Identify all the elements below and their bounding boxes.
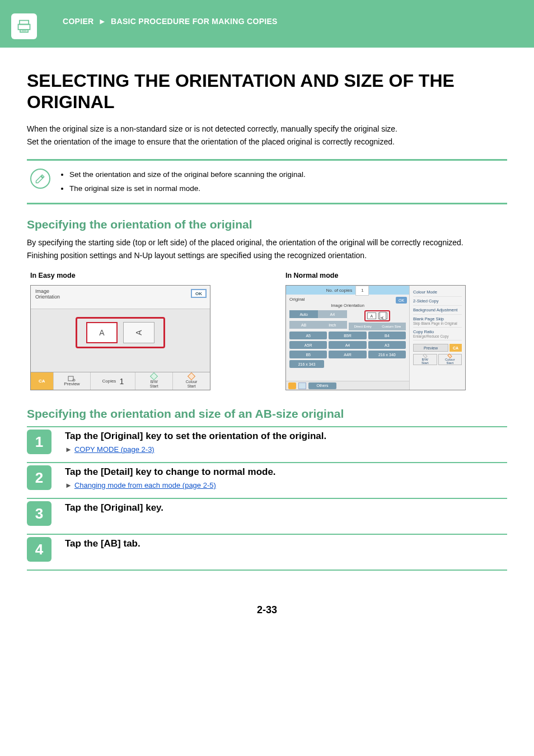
preview-button[interactable]: Preview (54, 372, 91, 390)
step-title: Tap the [Original] key. (65, 502, 507, 514)
section-heading-orientation: Specifying the orientation of the origin… (27, 218, 507, 231)
tab-auto[interactable]: Auto (289, 310, 318, 318)
diamond-icon (188, 372, 195, 380)
sect1-p1: By specifying the starting side (top or … (27, 237, 507, 249)
size-216x343[interactable]: 216 x 343 (289, 360, 324, 368)
section-body: By specifying the starting side (top or … (27, 237, 507, 262)
easy-mode-panel: Image Orientation OK A A CA Preview Copi… (30, 285, 210, 390)
ca-button[interactable]: CA (449, 344, 462, 352)
tab-a4[interactable]: A4 (318, 310, 346, 318)
image-orientation-label: Image Orientation (35, 289, 205, 300)
tab-direct-entry[interactable]: Direct Entry (349, 323, 377, 330)
start-label: Start (446, 361, 453, 365)
favorite-icon[interactable] (288, 382, 296, 389)
preview-label: Preview (64, 381, 79, 386)
note-item-2: The original size is set in normal mode. (69, 181, 306, 196)
start-label: Start (421, 361, 429, 365)
note-item-1: Set the orientation and size of the orig… (69, 167, 306, 182)
step-number: 4 (27, 537, 51, 562)
note-block: Set the orientation and size of the orig… (27, 159, 507, 204)
step-4: 4 Tap the [AB] tab. (27, 535, 507, 571)
step-title: Tap the [Detail] key to change to normal… (65, 466, 507, 478)
page-title: SELECTING THE ORIENTATION AND SIZE OF TH… (27, 70, 507, 113)
copy-ratio-label: Copy Ratio (413, 329, 462, 334)
copy-mode-link[interactable]: COPY MODE (page 2-3) (74, 445, 154, 454)
breadcrumb-part-1[interactable]: COPIER (63, 17, 93, 26)
colour-start-button[interactable]: Colour Start (438, 354, 462, 365)
step-title: Tap the [Original] key to set the orient… (65, 431, 507, 442)
copies-field[interactable]: Copies 1 (91, 372, 135, 390)
bw-start-button[interactable]: B/W Start (135, 372, 173, 390)
ok-button[interactable]: OK (191, 289, 207, 298)
blank-skip-sub: Skip Blank Page in Original (413, 321, 462, 325)
bw-start-button[interactable]: B/W Start (413, 354, 437, 365)
breadcrumb: COPIER ► BASIC PROCEDURE FOR MAKING COPI… (63, 17, 278, 26)
blank-page-skip-item[interactable]: Blank Page Skip Skip Blank Page in Origi… (413, 315, 462, 328)
size-216x340[interactable]: 216 x 340 (368, 351, 406, 358)
background-adjustment-item[interactable]: Background Adjustment (413, 306, 462, 315)
copies-label: No. of copies (326, 288, 353, 293)
orientation-portrait-button[interactable]: A (86, 322, 118, 343)
size-a4[interactable]: A4 (329, 341, 366, 349)
blank-skip-label: Blank Page Skip (413, 316, 462, 321)
start-label: Start (150, 384, 158, 389)
preview-button[interactable]: Preview (413, 344, 448, 352)
size-b5r[interactable]: B5R (329, 332, 366, 339)
size-a5[interactable]: A5 (289, 332, 327, 339)
size-a5r[interactable]: A5R (289, 341, 327, 349)
intro-text: When the original size is a non-standard… (27, 123, 507, 148)
action-panel: Colour Mode 2-Sided Copy Background Adju… (409, 286, 465, 390)
two-sided-copy-item[interactable]: 2-Sided Copy (413, 297, 462, 306)
step-title: Tap the [AB] tab. (65, 538, 507, 549)
step-number: 1 (27, 430, 51, 454)
diamond-icon (150, 372, 158, 380)
others-button[interactable]: Others (308, 382, 336, 389)
tab-ab[interactable]: AB (289, 321, 318, 329)
orientation-selection: A A (76, 317, 165, 348)
orientation-landscape-button[interactable]: A (123, 322, 154, 343)
changing-mode-link[interactable]: Changing mode from each mode (page 2-5) (74, 481, 216, 489)
copy-ratio-sub: Enlarge/Reduce Copy (413, 334, 462, 338)
section-heading-ab-size: Specifying the orientation and size of a… (27, 407, 507, 421)
size-a3[interactable]: A3 (368, 341, 406, 349)
triangle-icon: ► (65, 445, 72, 454)
svg-rect-1 (18, 25, 30, 30)
tab-custom-size[interactable]: Custom Size (377, 323, 406, 330)
dropdown-icon[interactable] (298, 382, 306, 389)
start-label: Start (188, 384, 196, 389)
intro-p2: Set the orientation of the image to ensu… (27, 136, 507, 148)
orientation-landscape-button[interactable]: A (378, 312, 387, 319)
original-label: Original (289, 297, 406, 302)
normal-mode-panel: No. of copies 1 Original OK Image Orient… (285, 285, 466, 390)
tab-inch[interactable]: Inch (318, 321, 346, 329)
copy-ratio-item[interactable]: Copy Ratio Enlarge/Reduce Copy (413, 328, 462, 340)
copier-icon (16, 18, 32, 34)
copies-label: Copies (102, 379, 116, 384)
colour-start-button[interactable]: Colour Start (173, 372, 210, 390)
breadcrumb-separator: ► (99, 17, 106, 26)
svg-rect-0 (20, 21, 29, 25)
breadcrumb-part-2[interactable]: BASIC PROCEDURE FOR MAKING COPIES (111, 17, 278, 26)
ok-button[interactable]: OK (396, 297, 407, 304)
ca-button[interactable]: CA (31, 372, 54, 390)
step-2: 2 Tap the [Detail] key to change to norm… (27, 463, 507, 499)
step-3: 3 Tap the [Original] key. (27, 499, 507, 535)
size-b5[interactable]: B5 (289, 351, 327, 358)
preview-icon (68, 376, 76, 381)
colour-label: Colour (186, 380, 198, 384)
bw-label: B/W (151, 380, 158, 384)
step-number: 2 (27, 465, 51, 490)
normal-footer: Others (286, 381, 409, 390)
step-1: 1 Tap the [Original] key to set the orie… (27, 427, 507, 463)
step-number: 3 (27, 501, 51, 526)
orientation-mini: A A (364, 310, 390, 321)
colour-mode-item[interactable]: Colour Mode (413, 288, 462, 297)
normal-mode-label: In Normal mode (285, 272, 507, 279)
sect1-p2: Finishing position settings and N-Up lay… (27, 250, 507, 262)
size-b4[interactable]: B4 (368, 332, 406, 339)
triangle-icon: ► (65, 481, 72, 489)
copies-value[interactable]: 1 (355, 286, 369, 296)
image-orientation-label: Image Orientation (289, 303, 406, 308)
orientation-portrait-button[interactable]: A (367, 312, 376, 319)
size-a4r[interactable]: A4R (329, 351, 366, 358)
